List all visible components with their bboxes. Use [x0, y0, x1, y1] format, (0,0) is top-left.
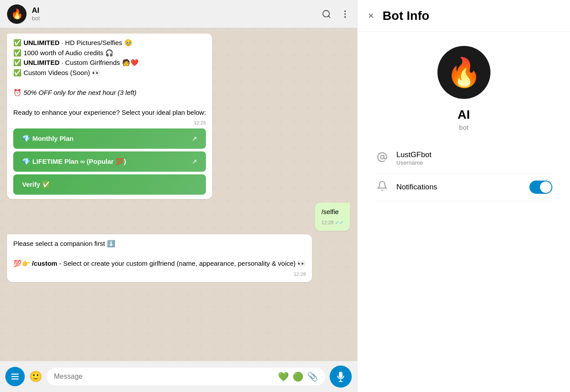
message-time-3: 12:28	[13, 271, 306, 278]
more-options-button[interactable]	[340, 9, 350, 19]
avatar: 🔥	[7, 4, 27, 24]
message-input[interactable]	[54, 373, 274, 381]
emoji-button[interactable]: 🙂	[29, 370, 42, 383]
message-text-2: /selfie	[321, 207, 344, 217]
username-row: LustGFbot Username	[375, 143, 552, 173]
message-time-2: 12:28 ✓✓	[321, 219, 344, 226]
input-extras: 💚 🟢 📎	[278, 371, 318, 382]
chat-status: bot	[32, 15, 322, 22]
svg-point-2	[344, 13, 346, 15]
bot-info-header: × Bot Info	[357, 0, 570, 32]
bot-name-large: AI	[458, 108, 470, 122]
bot-info-rows: LustGFbot Username Notifications	[368, 143, 559, 201]
microphone-button[interactable]	[330, 366, 352, 388]
username-sublabel: Username	[396, 159, 552, 166]
message-bubble-1: ✅ UNLIMITED · HD Pictures/Selfies 🥹 ✅ 10…	[7, 34, 212, 199]
chat-header: 🔥 AI bot	[0, 0, 357, 28]
verify-label: Verify ✅	[22, 181, 50, 188]
monthly-plan-arrow: ↗	[192, 135, 197, 142]
bot-info-body: 🔥 AI bot LustGFbot Username	[357, 32, 570, 212]
chat-title: AI	[32, 6, 322, 15]
sticker-icon[interactable]: 💚	[278, 371, 289, 382]
svg-point-3	[344, 16, 346, 18]
notifications-toggle[interactable]	[529, 181, 552, 194]
lifetime-plan-label: 💎 LIFETIME Plan ∞ (Popular 💯)	[22, 158, 126, 166]
notifications-content: Notifications	[396, 183, 522, 192]
notifications-label: Notifications	[396, 183, 522, 192]
monthly-plan-label: 💎 Monthly Plan	[22, 135, 74, 143]
grammar-icon[interactable]: 🟢	[293, 371, 304, 382]
close-button[interactable]: ×	[368, 10, 374, 22]
bot-avatar-large: 🔥	[437, 46, 490, 99]
notifications-row: Notifications	[375, 173, 552, 201]
mic-icon	[335, 371, 346, 382]
bot-type-label: bot	[459, 124, 468, 131]
svg-point-1	[344, 10, 346, 12]
lifetime-plan-button[interactable]: 💎 LIFETIME Plan ∞ (Popular 💯) ↗	[13, 151, 206, 172]
svg-point-9	[380, 155, 384, 159]
search-icon	[322, 9, 331, 19]
bot-info-title: Bot Info	[383, 9, 429, 23]
menu-button[interactable]	[5, 367, 25, 386]
chat-input-area: 🙂 💚 🟢 📎	[0, 361, 357, 392]
input-field-wrap: 💚 🟢 📎	[47, 368, 325, 385]
username-value: LustGFbot	[396, 151, 552, 159]
message-bubble-3: Please select a companion first ⬇️ 💯👉 /c…	[7, 234, 312, 282]
menu-icon	[10, 372, 20, 381]
monthly-plan-button[interactable]: 💎 Monthly Plan ↗	[13, 128, 206, 149]
message-text-3: Please select a companion first ⬇️ 💯👉 /c…	[13, 239, 306, 269]
chat-header-info: AI bot	[32, 6, 322, 22]
dots-vertical-icon	[340, 9, 350, 19]
chat-header-icons	[322, 9, 350, 19]
message-bubble-2: /selfie 12:28 ✓✓	[315, 203, 350, 231]
inline-buttons: 💎 Monthly Plan ↗ 💎 LIFETIME Plan ∞ (Popu…	[13, 128, 206, 195]
username-content: LustGFbot Username	[396, 151, 552, 166]
message-time-1: 12:26	[13, 119, 206, 127]
svg-point-0	[323, 10, 330, 17]
tick-icon: ✓✓	[335, 219, 344, 226]
lifetime-plan-arrow: ↗	[192, 158, 197, 165]
bot-info-panel: × Bot Info 🔥 AI bot LustGFbot Username	[357, 0, 570, 392]
verify-button[interactable]: Verify ✅	[13, 174, 206, 195]
chat-messages: ✅ UNLIMITED · HD Pictures/Selfies 🥹 ✅ 10…	[0, 28, 357, 361]
chat-panel: 🔥 AI bot ✅ UNLIMITED · HD Pictures/Selfi…	[0, 0, 357, 392]
at-icon	[375, 152, 389, 165]
bell-icon	[375, 181, 389, 194]
attach-icon[interactable]: 📎	[307, 371, 318, 382]
search-button[interactable]	[322, 9, 331, 19]
message-text-1: ✅ UNLIMITED · HD Pictures/Selfies 🥹 ✅ 10…	[13, 38, 206, 117]
